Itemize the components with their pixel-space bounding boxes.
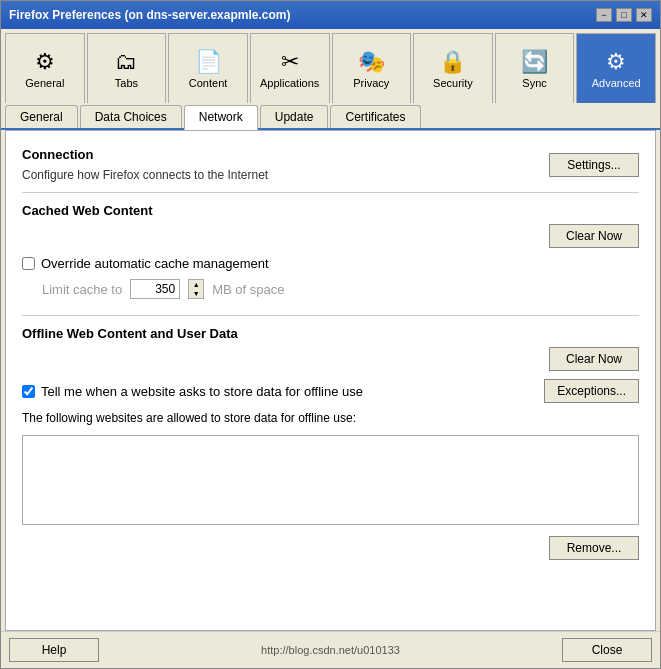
sub-tab-update-label: Update [275, 110, 314, 124]
general-icon: ⚙ [35, 51, 55, 73]
sync-icon: 🔄 [521, 51, 548, 73]
tab-general-label: General [25, 77, 64, 89]
remove-button[interactable]: Remove... [549, 536, 639, 560]
tab-advanced[interactable]: ⚙ Advanced [576, 33, 656, 103]
tab-security-label: Security [433, 77, 473, 89]
spinner-up[interactable]: ▲ [189, 280, 203, 289]
limit-input[interactable] [130, 279, 180, 299]
tabs-icon: 🗂 [115, 51, 137, 73]
tab-tabs-label: Tabs [115, 77, 138, 89]
tab-sync[interactable]: 🔄 Sync [495, 33, 575, 103]
security-icon: 🔒 [439, 51, 466, 73]
override-checkbox[interactable] [22, 257, 35, 270]
sub-tab-general[interactable]: General [5, 105, 78, 128]
tell-me-label: Tell me when a website asks to store dat… [41, 384, 363, 399]
tab-privacy-label: Privacy [353, 77, 389, 89]
connection-title: Connection [22, 147, 268, 162]
clear-now-button-1[interactable]: Clear Now [549, 224, 639, 248]
minimize-button[interactable]: − [596, 8, 612, 22]
title-bar: Firefox Preferences (on dns-server.exapm… [1, 1, 660, 29]
override-row: Override automatic cache management [22, 256, 639, 271]
settings-button[interactable]: Settings... [549, 153, 639, 177]
clear-now-button-2[interactable]: Clear Now [549, 347, 639, 371]
sub-tab-update[interactable]: Update [260, 105, 329, 128]
tab-content-label: Content [189, 77, 228, 89]
sub-tab-certificates[interactable]: Certificates [330, 105, 420, 128]
advanced-icon: ⚙ [606, 51, 626, 73]
tab-tabs[interactable]: 🗂 Tabs [87, 33, 167, 103]
divider-2 [22, 315, 639, 316]
tab-general[interactable]: ⚙ General [5, 33, 85, 103]
mb-label: MB of space [212, 282, 284, 297]
offline-title: Offline Web Content and User Data [22, 326, 639, 341]
tab-applications[interactable]: ✂ Applications [250, 33, 330, 103]
window-title: Firefox Preferences (on dns-server.exapm… [9, 8, 290, 22]
tab-privacy[interactable]: 🎭 Privacy [332, 33, 412, 103]
content-icon: 📄 [195, 51, 222, 73]
limit-row: Limit cache to ▲ ▼ MB of space [42, 279, 639, 299]
following-desc: The following websites are allowed to st… [22, 411, 639, 425]
offline-sites-list[interactable] [22, 435, 639, 525]
tab-applications-label: Applications [260, 77, 319, 89]
limit-spinner: ▲ ▼ [188, 279, 204, 299]
privacy-icon: 🎭 [358, 51, 385, 73]
content-area: Connection Configure how Firefox connect… [5, 130, 656, 631]
sub-tab-general-label: General [20, 110, 63, 124]
connection-desc: Configure how Firefox connects to the In… [22, 168, 268, 182]
footer: Help http://blog.csdn.net/u010133 Close [1, 631, 660, 668]
cached-section: Cached Web Content Clear Now Override au… [22, 203, 639, 299]
offline-bottom: Remove... [22, 536, 639, 560]
cached-title: Cached Web Content [22, 203, 639, 218]
exceptions-button[interactable]: Exceptions... [544, 379, 639, 403]
clear-now-row-1: Clear Now [22, 224, 639, 248]
tab-advanced-label: Advanced [592, 77, 641, 89]
sub-tabs: General Data Choices Network Update Cert… [1, 103, 660, 130]
sub-tab-data-choices[interactable]: Data Choices [80, 105, 182, 128]
spinner-down[interactable]: ▼ [189, 289, 203, 298]
tab-content[interactable]: 📄 Content [168, 33, 248, 103]
help-button[interactable]: Help [9, 638, 99, 662]
close-window-button[interactable]: Close [562, 638, 652, 662]
applications-icon: ✂ [281, 51, 299, 73]
maximize-button[interactable]: □ [616, 8, 632, 22]
clear-now-row-2: Clear Now [22, 347, 639, 371]
tab-security[interactable]: 🔒 Security [413, 33, 493, 103]
override-label: Override automatic cache management [41, 256, 269, 271]
close-button[interactable]: ✕ [636, 8, 652, 22]
sub-tab-data-choices-label: Data Choices [95, 110, 167, 124]
tell-me-checkbox[interactable] [22, 385, 35, 398]
sub-tab-network[interactable]: Network [184, 105, 258, 130]
tab-sync-label: Sync [522, 77, 546, 89]
window-controls: − □ ✕ [596, 8, 652, 22]
offline-section: Offline Web Content and User Data Clear … [22, 326, 639, 560]
tell-me-row: Tell me when a website asks to store dat… [22, 379, 639, 403]
sub-tab-certificates-label: Certificates [345, 110, 405, 124]
connection-left: Connection Configure how Firefox connect… [22, 147, 268, 182]
sub-tab-network-label: Network [199, 110, 243, 124]
footer-url: http://blog.csdn.net/u010133 [261, 644, 400, 656]
divider-1 [22, 192, 639, 193]
connection-section: Connection Configure how Firefox connect… [22, 147, 639, 182]
main-tabs: ⚙ General 🗂 Tabs 📄 Content ✂ Application… [1, 29, 660, 103]
window: Firefox Preferences (on dns-server.exapm… [0, 0, 661, 669]
limit-label: Limit cache to [42, 282, 122, 297]
